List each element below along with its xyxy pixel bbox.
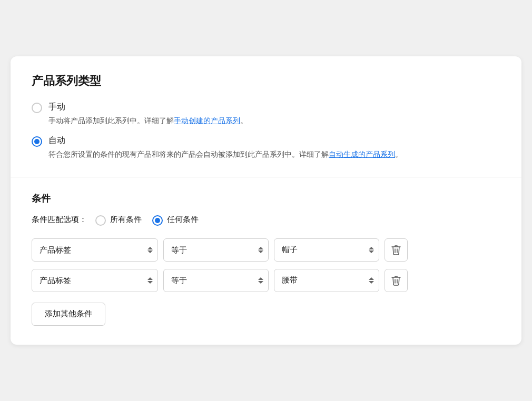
- manual-radio-button[interactable]: [32, 103, 42, 113]
- field-select-wrapper-2: 产品标签: [32, 269, 158, 292]
- value-wrapper-2: [274, 269, 379, 292]
- condition-row-1: 产品标签 等于: [32, 238, 500, 262]
- match-any-label: 任何条件: [167, 215, 199, 225]
- match-all-radio[interactable]: [95, 215, 106, 226]
- value-input-2[interactable]: [274, 269, 379, 292]
- conditions-section: 条件 条件匹配选项： 所有条件 任何条件 产品标签: [11, 177, 521, 345]
- manual-radio-desc: 手动将产品添加到此系列中。详细了解手动创建的产品系列。: [48, 115, 248, 126]
- auto-radio-desc: 符合您所设置的条件的现有产品和将来的产品会自动被添加到此产品系列中。详细了解自动…: [48, 148, 402, 160]
- conditions-match-row: 条件匹配选项： 所有条件 任何条件: [32, 214, 500, 226]
- trash-icon: [391, 275, 401, 286]
- manual-radio-item: 手动 手动将产品添加到此系列中。详细了解手动创建的产品系列。: [32, 102, 500, 126]
- match-all-label: 所有条件: [110, 215, 142, 225]
- value-input-1[interactable]: [274, 238, 379, 262]
- operator-select-wrapper-2: 等于: [163, 269, 269, 292]
- auto-radio-button[interactable]: [32, 136, 42, 147]
- operator-select-1[interactable]: 等于: [163, 238, 269, 262]
- delete-condition-2-button[interactable]: [385, 269, 408, 292]
- operator-select-wrapper-1: 等于: [163, 238, 269, 262]
- radio-group: 手动 手动将产品添加到此系列中。详细了解手动创建的产品系列。 自动 符合您所设置…: [32, 102, 500, 160]
- match-all-option[interactable]: 所有条件: [95, 214, 142, 226]
- match-options: 所有条件 任何条件: [95, 214, 199, 226]
- condition-rows: 产品标签 等于: [32, 238, 500, 292]
- field-select-2[interactable]: 产品标签: [32, 269, 158, 292]
- collection-type-section: 产品系列类型 手动 手动将产品添加到此系列中。详细了解手动创建的产品系列。 自动: [11, 56, 521, 177]
- main-card: 产品系列类型 手动 手动将产品添加到此系列中。详细了解手动创建的产品系列。 自动: [11, 56, 521, 345]
- match-label: 条件匹配选项：: [32, 215, 87, 225]
- value-wrapper-1: [274, 238, 379, 262]
- add-condition-button[interactable]: 添加其他条件: [32, 303, 105, 326]
- manual-radio-title: 手动: [48, 102, 248, 113]
- manual-collection-link[interactable]: 手动创建的产品系列: [174, 116, 240, 125]
- match-any-radio[interactable]: [152, 215, 163, 226]
- section-title: 产品系列类型: [32, 73, 500, 89]
- field-select-1[interactable]: 产品标签: [32, 238, 158, 262]
- conditions-title: 条件: [32, 192, 500, 205]
- auto-collection-link[interactable]: 自动生成的产品系列: [329, 150, 395, 158]
- delete-condition-1-button[interactable]: [385, 238, 408, 262]
- auto-radio-item: 自动 符合您所设置的条件的现有产品和将来的产品会自动被添加到此产品系列中。详细了…: [32, 135, 500, 160]
- trash-icon: [391, 245, 401, 255]
- manual-radio-label: 手动 手动将产品添加到此系列中。详细了解手动创建的产品系列。: [48, 102, 248, 126]
- auto-radio-label: 自动 符合您所设置的条件的现有产品和将来的产品会自动被添加到此产品系列中。详细了…: [48, 135, 402, 160]
- field-select-wrapper-1: 产品标签: [32, 238, 158, 262]
- condition-row-2: 产品标签 等于: [32, 269, 500, 292]
- auto-radio-title: 自动: [48, 135, 402, 146]
- match-any-option[interactable]: 任何条件: [152, 214, 199, 226]
- operator-select-2[interactable]: 等于: [163, 269, 269, 292]
